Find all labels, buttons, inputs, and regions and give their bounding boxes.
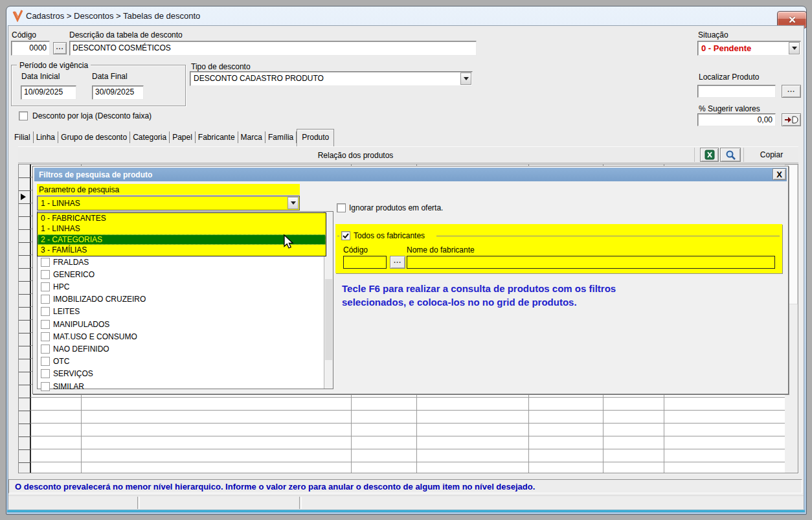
search-button[interactable] <box>720 148 741 162</box>
tab-produto[interactable]: Produto <box>297 129 334 147</box>
ignorar-oferta-label: Ignorar produtos em oferta. <box>349 203 443 212</box>
grid-row-header-separator <box>19 320 30 321</box>
grid-row-header-separator <box>19 281 30 282</box>
tab-bar: FilialLinhaGrupo de descontoCategoriaPap… <box>12 129 334 145</box>
grid-row-header-separator <box>19 436 30 437</box>
desconto-loja-label: Desconto por loja (Desconto faixa) <box>32 111 152 120</box>
codigo-browse-button[interactable]: ... <box>53 42 67 54</box>
todos-fabricantes-checkbox[interactable] <box>341 231 350 240</box>
list-item-label: MANIPULADOS <box>53 320 109 329</box>
list-item[interactable]: IMOBILIZADO CRUZEIRO <box>41 294 146 305</box>
grid-row-header-separator <box>19 424 30 424</box>
dropdown-option[interactable]: 0 - FABRICANTES <box>38 213 326 223</box>
grid-row-header-separator <box>19 190 30 191</box>
data-final-field[interactable]: 30/09/2025 <box>92 85 144 100</box>
list-item-checkbox[interactable] <box>41 270 50 279</box>
tab-filial[interactable]: Filial <box>12 131 34 143</box>
list-item-checkbox[interactable] <box>41 295 50 304</box>
list-item-checkbox[interactable] <box>41 345 50 354</box>
filtros-dialog-title: Filtros de pesquisa de produto <box>39 170 152 179</box>
situacao-dropdown-arrow[interactable] <box>789 42 800 54</box>
param-select[interactable]: 1 - LINHAS <box>37 196 300 210</box>
grid-row-line <box>30 423 785 424</box>
list-item-label: NAO DEFINIDO <box>53 345 109 354</box>
excel-icon <box>705 150 715 160</box>
dropdown-option[interactable]: 3 - FAMÍLIAS <box>38 245 326 255</box>
sugerir-valores-label: % Sugerir valores <box>699 104 760 113</box>
grid-row-header-separator <box>19 203 30 204</box>
footer-message: O desconto prevalecerá no menor nível hi… <box>15 482 535 492</box>
tab-linha[interactable]: Linha <box>34 131 58 143</box>
fab-nome-label: Nome do fabricante <box>407 245 475 254</box>
list-item[interactable]: SERVIÇOS <box>41 368 93 379</box>
descricao-field[interactable]: DESCONTO COSMÉTICOS <box>69 41 477 56</box>
grid-row-line <box>30 397 785 398</box>
fab-nome-field[interactable] <box>407 256 775 269</box>
tipo-desconto-select[interactable]: DESCONTO CADASTRO PRODUTO <box>190 71 473 86</box>
tab-categoria[interactable]: Categoria <box>130 131 170 143</box>
list-item-checkbox[interactable] <box>41 307 50 316</box>
list-item[interactable]: OTC <box>41 356 69 367</box>
list-item[interactable]: SIMILAR <box>41 381 84 392</box>
localizar-browse-button[interactable]: ... <box>782 85 801 98</box>
list-item-checkbox[interactable] <box>41 357 50 366</box>
list-item[interactable]: HPC <box>41 281 69 292</box>
list-item[interactable]: MAT.USO E CONSUMO <box>41 331 137 342</box>
fab-codigo-label: Código <box>343 245 368 254</box>
sugerir-valores-field[interactable]: 0,00 <box>697 113 776 126</box>
list-item-checkbox[interactable] <box>41 320 50 329</box>
filtros-close-button[interactable]: X <box>773 168 786 180</box>
param-dropdown-arrow[interactable] <box>288 197 299 209</box>
grid-current-row-marker <box>21 194 26 200</box>
grid-row-header-separator <box>19 242 30 243</box>
list-item-checkbox[interactable] <box>41 332 50 341</box>
list-item-label: SERVIÇOS <box>53 369 93 378</box>
apply-sugerir-button[interactable] <box>782 113 801 126</box>
localizar-produto-field[interactable] <box>697 85 776 98</box>
param-dropdown-list[interactable]: 0 - FABRICANTES1 - LINHAS2 - CATEGORIAS3… <box>37 212 326 256</box>
status-divider-2 <box>299 497 302 509</box>
toolbar-divider <box>694 148 695 162</box>
list-item-checkbox[interactable] <box>41 282 50 291</box>
fab-codigo-field[interactable] <box>343 256 387 269</box>
tipo-dropdown-arrow[interactable] <box>460 73 471 85</box>
codigo-field[interactable]: 0000 <box>11 41 50 56</box>
tab-fam-lia[interactable]: Família <box>265 131 297 143</box>
list-item-checkbox[interactable] <box>41 382 50 391</box>
check-icon <box>343 233 349 239</box>
desconto-loja-checkbox[interactable] <box>19 111 28 120</box>
copiar-button[interactable]: Copiar <box>745 148 798 162</box>
list-item-label: HPC <box>53 282 69 291</box>
magnifier-icon <box>725 150 736 160</box>
hint-line1: Tecle F6 para realizar a consulta de pro… <box>342 283 616 294</box>
tab-papel[interactable]: Papel <box>170 131 196 143</box>
dropdown-option[interactable]: 1 - LINHAS <box>38 223 326 234</box>
list-item[interactable]: FRALDAS <box>41 256 89 267</box>
status-divider-1 <box>137 497 140 509</box>
list-item-checkbox[interactable] <box>41 258 50 267</box>
grid-title: Relação dos produtos <box>18 151 693 160</box>
situacao-select[interactable]: 0 - Pendente <box>697 41 801 56</box>
list-item[interactable]: GENERICO <box>41 269 95 280</box>
filtros-dialog-titlebar[interactable]: Filtros de pesquisa de produto <box>34 168 787 181</box>
tab-grupo-de-desconto[interactable]: Grupo de desconto <box>58 131 130 143</box>
tab-marca[interactable]: Marca <box>238 131 265 143</box>
listbox-scrollbar-thumb[interactable] <box>325 279 332 360</box>
ignorar-oferta-checkbox[interactable] <box>337 203 346 212</box>
list-item-label: MAT.USO E CONSUMO <box>53 332 137 341</box>
param-label-strip: Parametro de pesquisa <box>37 184 300 195</box>
list-item[interactable]: MANIPULADOS <box>41 319 109 330</box>
data-inicial-field[interactable]: 10/09/2025 <box>21 85 76 100</box>
tab-fabricante[interactable]: Fabricante <box>196 131 238 143</box>
list-item-checkbox[interactable] <box>41 369 50 378</box>
grid-row-header-separator <box>19 359 30 359</box>
dropdown-option[interactable]: 2 - CATEGORIAS <box>38 234 326 245</box>
grid-row-header-separator <box>19 216 30 217</box>
list-item[interactable]: LEITES <box>41 306 80 317</box>
toolbar-divider-2 <box>743 148 744 162</box>
export-excel-button[interactable] <box>700 148 719 162</box>
window-icon <box>12 10 24 22</box>
grid-row-header-separator <box>19 411 30 411</box>
list-item[interactable]: NAO DEFINIDO <box>41 343 109 354</box>
fab-browse-button[interactable]: ... <box>390 256 405 269</box>
